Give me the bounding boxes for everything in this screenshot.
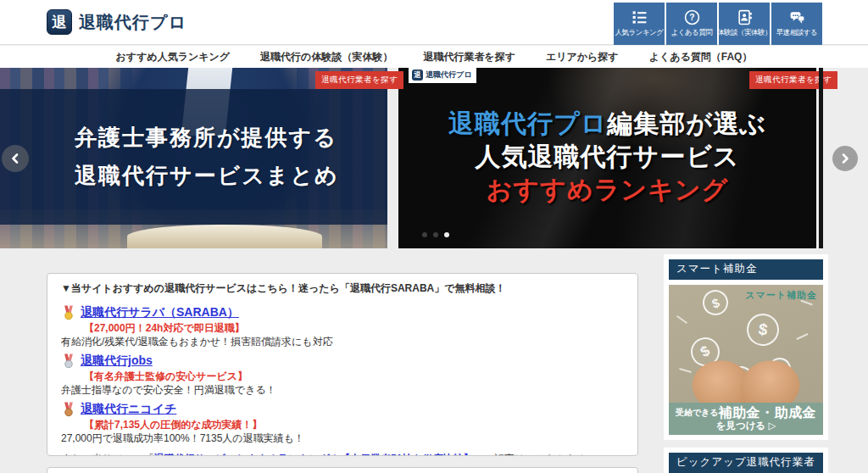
sidebar: スマート補助金 スマート補助金 $ $ $ $ $ 受給できる補助金・助成金 を… (664, 254, 828, 473)
speed-line (796, 333, 808, 340)
subsidy-card: スマート補助金 スマート補助金 $ $ $ $ $ 受給できる補助金・助成金 を… (664, 254, 828, 440)
service-desc: 有給消化/残業代/退職金もおまかせ！損害賠償請求にも対応 (61, 336, 624, 348)
consult-button[interactable]: 早速相談する (771, 3, 822, 45)
service-highlight: 【有名弁護士監修の安心サービス】 (84, 370, 624, 382)
carousel-slide-lawyer[interactable]: 弁護士事務所が提供する 退職代行サービスまとめ (0, 68, 387, 248)
chevron-right-icon (840, 153, 850, 164)
slide-logo-badge-label: 退職代行プロ (426, 70, 471, 81)
ad-cta-small: 受給できる (676, 408, 719, 417)
hero-carousel: 弁護士事務所が提供する 退職代行サービスまとめ 退 退職代行プロ 退職代行プロ編… (0, 68, 868, 248)
recommend-box: ▼当サイトおすすめの退職代行サービスはこちら！迷ったら「退職代行SARABA」で… (47, 273, 638, 456)
carousel-dots (422, 232, 449, 237)
slide-title-block: 退職代行プロ編集部が選ぶ 人気退職代行サービス おすすめランキング (398, 107, 816, 206)
coin-icon: $ (699, 287, 732, 319)
faq-button[interactable]: ? よくある質問 (666, 3, 717, 45)
slide-title-brand: 退職代行プロ (448, 109, 607, 137)
recommend-item-3: 退職代行ニコイチ 【累計7,135人の圧倒的な成功実績！】 27,000円で退職… (61, 402, 624, 444)
chevron-left-icon (10, 153, 20, 164)
slide-title-line3: おすすめランキング (398, 173, 816, 206)
consult-button-label: 早速相談する (776, 28, 817, 38)
nav-item-find-agency[interactable]: 退職代行業者を探す (423, 50, 515, 64)
service-link-saraba[interactable]: 退職代行サラバ（SARABA） (81, 305, 239, 320)
nav-item-area[interactable]: エリアから探す (546, 50, 619, 64)
slide-logo-badge: 退 退職代行プロ (409, 68, 476, 83)
recommend-footer: また、当サイトの「退職代行サービスおすすめランキング！【人気業者51社を徹底比較… (61, 452, 624, 456)
slide-title-rest: 編集部が選ぶ (608, 109, 766, 137)
ad-brand-text: スマート補助金 (745, 289, 817, 302)
nav-item-ranking[interactable]: おすすめ人気ランキング (116, 50, 231, 64)
carousel-dot-1[interactable] (422, 232, 427, 237)
page: 退 退職代行プロ 人気ランキング ? よくある質問 体験談（実体験） (0, 0, 868, 473)
open-book (127, 225, 322, 248)
ad-cta-line2: を見つける ▷ (669, 420, 823, 431)
service-desc: 弁護士指導なので安心安全！円満退職できる！ (61, 384, 624, 396)
slide-title-line1: 弁護士事務所が提供する (75, 123, 387, 153)
experiences-button[interactable]: 体験談（実体験） (719, 3, 770, 45)
service-highlight: 【累計7,135人の圧倒的な成功実績！】 (84, 419, 624, 431)
svg-text:?: ? (689, 13, 694, 22)
recommend-item-1: 退職代行サラバ（SARABA） 【27,000円！24h対応で即日退職】 有給消… (61, 305, 624, 348)
global-nav: おすすめ人気ランキング 退職代行の体験談（実体験） 退職代行業者を探す エリアか… (0, 46, 868, 68)
nav-item-experiences[interactable]: 退職代行の体験談（実体験） (260, 50, 392, 64)
header-buttons: 人気ランキング ? よくある質問 体験談（実体験） 早速相談する (614, 3, 822, 45)
chat-bubbles-icon (789, 9, 805, 25)
subsidy-ad-banner[interactable]: スマート補助金 $ $ $ $ $ 受給できる補助金・助成金 を見つける ▷ (669, 285, 823, 435)
find-agency-button-right-slide[interactable]: 退職代行業者を探す (749, 71, 837, 89)
subsidy-heading: スマート補助金 (669, 259, 823, 280)
slide-title-overlay: 弁護士事務所が提供する 退職代行サービスまとめ (0, 89, 387, 225)
footer-prefix: また、当サイトの「 (61, 453, 154, 456)
next-content-box (47, 467, 638, 473)
carousel-dot-2[interactable] (433, 232, 438, 237)
carousel-prev-arrow[interactable] (2, 145, 29, 172)
slide-title-line1: 退職代行プロ編集部が選ぶ (398, 107, 816, 140)
experiences-button-label: 体験談（実体験） (717, 28, 771, 38)
recommend-item-2: 退職代行jobs 【有名弁護士監修の安心サービス】 弁護士指導なので安心安全！円… (61, 353, 624, 396)
ranking-article-link[interactable]: 退職代行サービスおすすめランキング！【人気業者51社を徹底比較】 (154, 453, 474, 456)
find-agency-button-left-slide[interactable]: 退職代行業者を探す (315, 71, 403, 89)
carousel-dot-3-active[interactable] (444, 232, 449, 237)
address-book-icon (737, 9, 753, 25)
faq-button-label: よくある質問 (671, 28, 713, 38)
site-header: 退 退職代行プロ 人気ランキング ? よくある質問 体験談（実体験） (0, 0, 868, 45)
carousel-slide-ranking[interactable]: 退 退職代行プロ 退職代行プロ編集部が選ぶ 人気退職代行サービス おすすめランキ… (398, 68, 816, 248)
slide-title-line2: 人気退職代行サービス (398, 140, 816, 173)
ranking-list-icon (632, 9, 648, 25)
footer-suffix: 」の記事はこちらから！ (474, 453, 587, 456)
site-logo[interactable]: 退 退職代行プロ (47, 9, 186, 35)
service-desc: 27,000円で退職成功率100%！7135人の退職実績も！ (61, 432, 624, 444)
coin-icon: $ (745, 312, 782, 348)
carousel-next-arrow[interactable] (832, 146, 858, 171)
nav-item-faq[interactable]: よくある質問（FAQ） (649, 50, 753, 64)
ad-cta-line1: 受給できる補助金・助成金 (669, 404, 823, 420)
ad-cta-band: 受給できる補助金・助成金 を見つける ▷ (669, 403, 823, 435)
speed-line (676, 315, 687, 324)
logo-mark-mini-icon: 退 (412, 70, 423, 81)
next-slide-edge (819, 68, 823, 248)
service-link-jobs[interactable]: 退職代行jobs (81, 353, 153, 369)
slide-title-line2: 退職代行サービスまとめ (75, 161, 387, 191)
gold-medal-icon (63, 305, 75, 320)
ranking-button-label: 人気ランキング (615, 28, 664, 38)
ranking-button[interactable]: 人気ランキング (614, 3, 665, 45)
logo-mark-icon: 退 (47, 9, 72, 35)
service-highlight: 【27,000円！24h対応で即日退職】 (84, 322, 624, 334)
recommend-intro: ▼当サイトおすすめの退職代行サービスはこちら！迷ったら「退職代行SARABA」で… (61, 281, 624, 296)
pickup-heading: ピックアップ退職代行業者 (669, 453, 823, 473)
ad-cta-big: 補助金・助成金 (719, 405, 817, 420)
question-icon: ? (684, 9, 700, 25)
site-title: 退職代行プロ (79, 11, 186, 34)
pickup-card: ピックアップ退職代行業者 (664, 448, 828, 473)
service-link-nikoichi[interactable]: 退職代行ニコイチ (81, 402, 176, 417)
speed-line (679, 368, 692, 373)
bronze-medal-icon (63, 402, 75, 417)
silver-medal-icon (63, 353, 75, 369)
